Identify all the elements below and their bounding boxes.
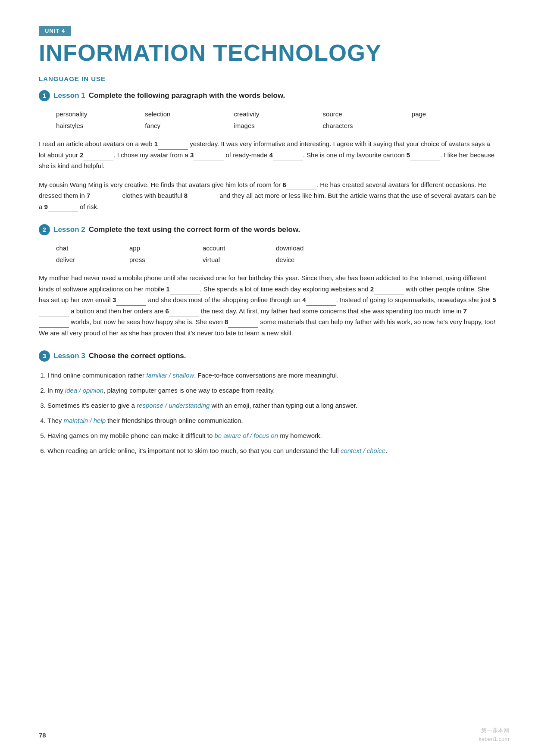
list-item: Sometimes it's easier to give a response… bbox=[47, 400, 496, 411]
word-deliver: deliver bbox=[56, 255, 125, 265]
lesson3-list: I find online communication rather famil… bbox=[47, 369, 496, 456]
lesson3-section: 3 Lesson 3 Choose the correct options. I… bbox=[39, 350, 496, 456]
lesson3-instruction: Choose the correct options. bbox=[89, 352, 186, 360]
word-characters: characters bbox=[323, 121, 407, 131]
word-page: page bbox=[412, 109, 496, 119]
watermark-line1: 第一课本网 bbox=[479, 726, 509, 735]
word-virtual: virtual bbox=[203, 255, 272, 265]
lesson2-section: 2 Lesson 2 Complete the text using the c… bbox=[39, 224, 496, 338]
watermark-line2: keben1.com bbox=[479, 735, 509, 744]
lesson3-label: Lesson 3 bbox=[53, 352, 85, 360]
lesson2-heading: 2 Lesson 2 Complete the text using the c… bbox=[39, 224, 496, 235]
page-title: INFORMATION TECHNOLOGY bbox=[39, 40, 496, 66]
word-personality: personality bbox=[56, 109, 141, 119]
word-device: device bbox=[276, 255, 345, 265]
lesson2-number-circle: 2 bbox=[39, 224, 50, 235]
watermark: 第一课本网 keben1.com bbox=[479, 726, 509, 743]
word-account: account bbox=[203, 243, 272, 253]
word-download: download bbox=[276, 243, 345, 253]
list-item: I find online communication rather famil… bbox=[47, 369, 496, 381]
list-item: They maintain / help their friendships t… bbox=[47, 415, 496, 426]
word-images: images bbox=[234, 121, 318, 131]
list-item: In my idea / opinion, playing computer g… bbox=[47, 384, 496, 396]
lesson3-heading: 3 Lesson 3 Choose the correct options. bbox=[39, 350, 496, 362]
word-empty bbox=[412, 121, 496, 131]
lesson2-word-grid: chat app account download deliver press … bbox=[56, 243, 496, 265]
page-number: 78 bbox=[39, 731, 46, 739]
word-hairstyles: hairstyles bbox=[56, 121, 141, 131]
word-source: source bbox=[323, 109, 407, 119]
word-chat: chat bbox=[56, 243, 125, 253]
lesson1-paragraph2: My cousin Wang Ming is very creative. He… bbox=[39, 179, 496, 212]
list-item: Having games on my mobile phone can make… bbox=[47, 430, 496, 441]
lesson2-label: Lesson 2 bbox=[53, 225, 85, 234]
word-fancy: fancy bbox=[145, 121, 229, 131]
lesson2-paragraph: My mother had never used a mobile phone … bbox=[39, 272, 496, 338]
lesson1-word-grid: personality selection creativity source … bbox=[56, 109, 496, 131]
word-selection: selection bbox=[145, 109, 229, 119]
word-app: app bbox=[129, 243, 198, 253]
lesson1-heading: 1 Lesson 1 Complete the following paragr… bbox=[39, 90, 496, 101]
list-item: When reading an article online, it's imp… bbox=[47, 445, 496, 456]
lesson3-number-circle: 3 bbox=[39, 350, 50, 362]
lesson1-instruction: Complete the following paragraph with th… bbox=[89, 91, 285, 100]
word-press: press bbox=[129, 255, 198, 265]
section-label: LANGUAGE IN USE bbox=[39, 75, 496, 82]
lesson1-paragraph1: I read an article about avatars on a web… bbox=[39, 138, 496, 172]
lesson1-number-circle: 1 bbox=[39, 90, 50, 101]
lesson1-section: 1 Lesson 1 Complete the following paragr… bbox=[39, 90, 496, 212]
word-creativity: creativity bbox=[234, 109, 318, 119]
lesson2-instruction: Complete the text using the correct form… bbox=[89, 225, 300, 234]
unit-badge: UNIT 4 bbox=[39, 26, 71, 36]
lesson1-label: Lesson 1 bbox=[53, 91, 85, 100]
